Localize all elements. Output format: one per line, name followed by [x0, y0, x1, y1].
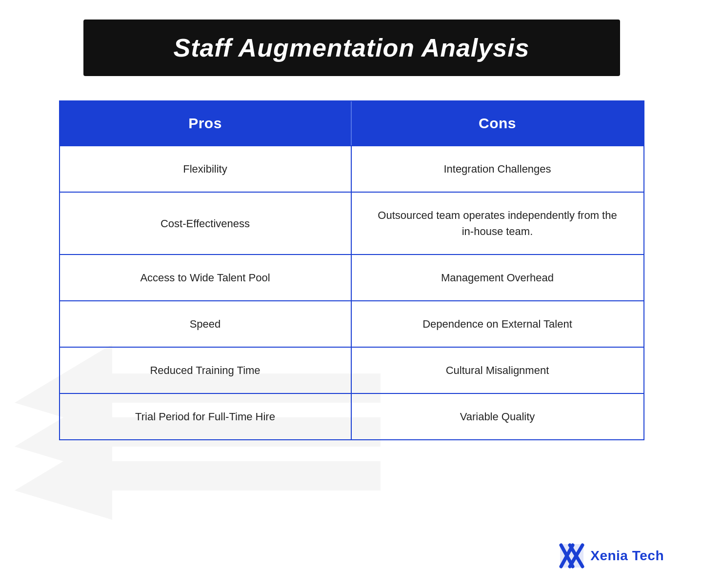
svg-marker-2	[15, 432, 381, 520]
pros-cons-table: Pros Cons Flexibility Integration Challe…	[59, 100, 644, 440]
logo-container: Xenia Tech	[559, 543, 664, 568]
cons-cell-3: Management Overhead	[352, 255, 643, 300]
pros-cell-1: Flexibility	[60, 146, 352, 192]
cons-cell-2: Outsourced team operates independently f…	[352, 193, 643, 254]
pros-cell-4: Speed	[60, 301, 352, 347]
table-row: Trial Period for Full-Time Hire Variable…	[60, 393, 643, 439]
cons-cell-4: Dependence on External Talent	[352, 301, 643, 347]
table-row: Cost-Effectiveness Outsourced team opera…	[60, 192, 643, 254]
cons-cell-6: Variable Quality	[352, 394, 643, 439]
table-row: Flexibility Integration Challenges	[60, 145, 643, 192]
table-row: Speed Dependence on External Talent	[60, 300, 643, 347]
cons-cell-5: Cultural Misalignment	[352, 348, 643, 393]
cons-header: Cons	[352, 101, 643, 145]
table-row: Access to Wide Talent Pool Management Ov…	[60, 254, 643, 300]
pros-header: Pros	[60, 101, 352, 145]
pros-cell-2: Cost-Effectiveness	[60, 193, 352, 254]
pros-cell-3: Access to Wide Talent Pool	[60, 255, 352, 300]
table-header: Pros Cons	[60, 101, 643, 145]
cons-cell-1: Integration Challenges	[352, 146, 643, 192]
page-title: Staff Augmentation Analysis	[173, 34, 529, 62]
logo-text: Xenia Tech	[590, 548, 664, 564]
pros-cell-5: Reduced Training Time	[60, 348, 352, 393]
xenia-logo-icon	[559, 543, 584, 568]
table-body: Flexibility Integration Challenges Cost-…	[60, 145, 643, 439]
page-container: Staff Augmentation Analysis Pros Cons Fl…	[0, 0, 703, 588]
table-row: Reduced Training Time Cultural Misalignm…	[60, 347, 643, 393]
pros-cell-6: Trial Period for Full-Time Hire	[60, 394, 352, 439]
title-banner: Staff Augmentation Analysis	[83, 20, 620, 76]
